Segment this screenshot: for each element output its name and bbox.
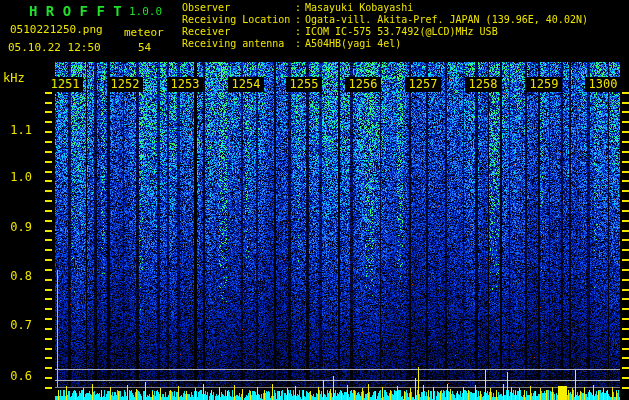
freq-tick-label: 0.8 (2, 270, 32, 283)
info-value: A504HB(yagi 4el) (305, 38, 588, 50)
info-separator: : (295, 26, 305, 38)
freq-tick-label: 0.6 (2, 370, 32, 383)
station-info-row: Receiver:ICOM IC-575 53.7492(@LCD)MHz US… (182, 26, 588, 38)
output-filename: 0510221250.png (10, 23, 103, 36)
info-separator: : (295, 2, 305, 14)
station-info-row: Observer:Masayuki Kobayashi (182, 2, 588, 14)
time-tick-label: 1254 (228, 77, 264, 92)
time-tick-label: 1251 (47, 77, 83, 92)
header: H R O F F T 1.0.0 0510221250.png meteor … (0, 0, 629, 60)
info-value: Ogata-vill. Akita-Pref. JAPAN (139.96E, … (305, 14, 588, 26)
info-value: ICOM IC-575 53.7492(@LCD)MHz USB (305, 26, 588, 38)
info-value: Masayuki Kobayashi (305, 2, 588, 14)
time-tick-label: 1300 (585, 77, 621, 92)
time-tick-label: 1259 (526, 77, 562, 92)
app-version: 1.0.0 (129, 5, 162, 18)
station-info-row: Receiving antenna:A504HB(yagi 4el) (182, 38, 588, 50)
time-tick-label: 1252 (107, 77, 143, 92)
info-label: Receiving Location (182, 14, 295, 26)
info-separator: : (295, 38, 305, 50)
time-tick-label: 1253 (167, 77, 203, 92)
hrofft-window: H R O F F T 1.0.0 0510221250.png meteor … (0, 0, 629, 400)
freq-tick-label: 1.0 (2, 171, 32, 184)
info-label: Receiver (182, 26, 295, 38)
station-info-row: Receiving Location:Ogata-vill. Akita-Pre… (182, 14, 588, 26)
time-tick-label: 1258 (465, 77, 501, 92)
freq-tick-label: 1.1 (2, 124, 32, 137)
freq-tick-label: 0.7 (2, 319, 32, 332)
time-tick-label: 1257 (405, 77, 441, 92)
time-tick-label: 1255 (286, 77, 322, 92)
mode-label: meteor (124, 26, 164, 39)
info-separator: : (295, 14, 305, 26)
freq-tick-label: 0.9 (2, 221, 32, 234)
app-title: H R O F F T (29, 3, 122, 19)
info-label: Observer (182, 2, 295, 14)
station-info: Observer:Masayuki KobayashiReceiving Loc… (182, 2, 588, 50)
info-label: Receiving antenna (182, 38, 295, 50)
freq-axis-unit: kHz (3, 71, 25, 85)
meteor-count: 54 (138, 41, 151, 54)
time-tick-label: 1256 (345, 77, 381, 92)
frame-datetime: 05.10.22 12:50 (8, 41, 101, 54)
spectrogram-canvas (0, 0, 629, 400)
